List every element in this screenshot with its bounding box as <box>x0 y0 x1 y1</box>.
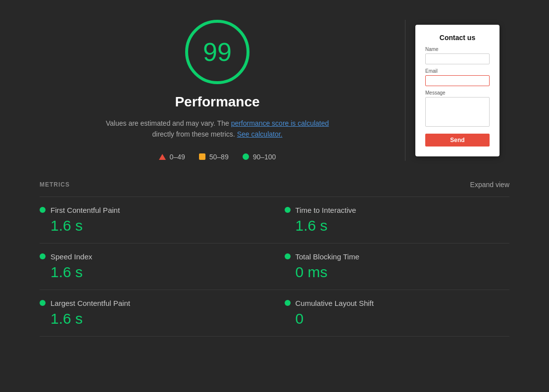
message-input[interactable] <box>425 97 490 127</box>
lcp-name: Largest Contentful Paint <box>50 299 130 307</box>
email-label: Email <box>425 68 490 74</box>
calculator-link[interactable]: See calculator. <box>237 130 283 138</box>
metric-item-tbt: Total Blocking Time 0 ms <box>275 243 510 290</box>
high-score-range: 90–100 <box>253 153 276 161</box>
mid-score-range: 50–89 <box>209 153 229 161</box>
metrics-label: METRICS <box>40 181 70 188</box>
desc-text-start: Values are estimated and may vary. The <box>106 119 229 127</box>
si-name: Speed Index <box>50 252 92 261</box>
tbt-value: 0 ms <box>285 264 490 281</box>
tti-value: 1.6 s <box>285 217 490 234</box>
metrics-section: METRICS Expand view First Contentful Pai… <box>0 181 549 337</box>
low-score-range: 0–49 <box>170 153 185 161</box>
legend-item-high: 90–100 <box>243 153 276 161</box>
contact-card: Contact us Name Email Message Send <box>415 25 499 156</box>
metric-item-fcp: First Contentful Paint 1.6 s <box>40 196 275 243</box>
metrics-bottom-divider <box>40 336 509 337</box>
mid-score-icon <box>199 153 205 160</box>
score-circle: 99 <box>185 20 250 84</box>
fcp-dot <box>40 207 46 213</box>
lcp-value: 1.6 s <box>40 310 245 327</box>
tti-name: Time to Interactive <box>296 206 356 214</box>
legend-item-mid: 50–89 <box>199 153 229 161</box>
name-label: Name <box>425 47 490 52</box>
expand-view-button[interactable]: Expand view <box>470 181 509 189</box>
legend-item-low: 0–49 <box>159 153 185 161</box>
lcp-dot <box>40 300 46 306</box>
cls-dot <box>285 300 291 306</box>
metric-item-si: Speed Index 1.6 s <box>40 243 275 290</box>
desc-text-mid: directly from these metrics. <box>152 130 235 138</box>
cls-value: 0 <box>285 310 490 327</box>
performance-title: Performance <box>175 94 259 110</box>
si-dot <box>40 253 46 259</box>
fcp-name: First Contentful Paint <box>50 206 120 214</box>
fcp-value: 1.6 s <box>40 217 245 234</box>
message-label: Message <box>425 90 490 96</box>
metrics-header: METRICS Expand view <box>40 181 509 189</box>
si-value: 1.6 s <box>40 264 245 281</box>
score-value: 99 <box>203 37 232 67</box>
score-legend: 0–49 50–89 90–100 <box>159 153 276 161</box>
section-divider <box>405 20 405 161</box>
metrics-grid: First Contentful Paint 1.6 s Time to Int… <box>40 196 509 336</box>
cls-name: Cumulative Layout Shift <box>296 299 374 307</box>
metric-item-lcp: Largest Contentful Paint 1.6 s <box>40 290 275 336</box>
name-input[interactable] <box>425 53 490 64</box>
metric-item-cls: Cumulative Layout Shift 0 <box>275 290 510 336</box>
metric-item-tti: Time to Interactive 1.6 s <box>275 196 510 243</box>
tti-dot <box>285 207 291 213</box>
score-description: Values are estimated and may vary. The p… <box>103 118 331 140</box>
tbt-name: Total Blocking Time <box>296 252 359 261</box>
performance-score-link[interactable]: performance score is calculated <box>231 119 329 127</box>
tbt-dot <box>285 253 291 259</box>
send-button[interactable]: Send <box>425 134 490 147</box>
contact-title: Contact us <box>425 34 490 42</box>
low-score-icon <box>159 154 166 160</box>
high-score-icon <box>243 153 249 160</box>
email-input[interactable] <box>425 75 490 86</box>
